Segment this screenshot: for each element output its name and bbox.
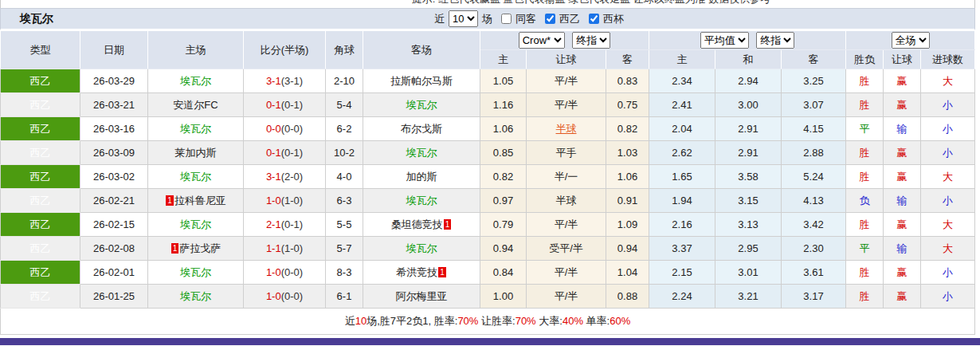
matches-table: 类型 日期 主场 比分(半场) 角球 客场 Crow* 终指 平均值 终指 全场… [0, 30, 975, 335]
home-team-link[interactable]: 埃瓦尔 [180, 75, 211, 87]
away-team-link[interactable]: 阿尔梅里亚 [396, 290, 448, 302]
same-away-checkbox[interactable] [501, 14, 512, 24]
match-row: 西乙26-01-25埃瓦尔1-0(0-0)6-1阿尔梅里亚1.00平/半0.88… [1, 285, 975, 309]
home-team-cell: 1拉科鲁尼亚 [148, 189, 244, 213]
avg-home-odds-cell: 2.34 [649, 69, 715, 93]
home-team-link[interactable]: 埃瓦尔 [180, 218, 211, 230]
home-team-link[interactable]: 拉科鲁尼亚 [174, 195, 226, 206]
away-team-link[interactable]: 布尔戈斯 [401, 123, 442, 135]
col-header-type: 类型 [1, 31, 80, 69]
avg-away-odds-cell: 4.13 [782, 189, 846, 213]
asian-handicap-cell: 半球 [527, 189, 606, 213]
result-cell: 胜 [846, 165, 884, 189]
home-team-link[interactable]: 埃瓦尔 [180, 123, 211, 135]
score-cell: 1-0(0-0) [244, 261, 326, 285]
corner-cell: 8-3 [326, 261, 363, 285]
score-cell: 0-1(0-1) [244, 141, 326, 165]
average-select[interactable]: 平均值 [700, 32, 749, 49]
league-cell: 西乙 [1, 165, 80, 189]
halftime-score: (0-0) [281, 123, 303, 135]
asian-away-odds-cell: 1.03 [606, 141, 649, 165]
avg-away-odds-cell: 3.42 [782, 213, 846, 237]
goals-cell: 小 [921, 141, 975, 165]
avg-home-odds-cell: 2.04 [649, 117, 715, 141]
home-team-link[interactable]: 安道尔FC [173, 99, 218, 111]
home-team-link[interactable]: 莱加内斯 [175, 147, 217, 159]
asian-handicap-cell: 平/半 [527, 285, 606, 309]
league-filter-checkbox[interactable] [545, 14, 555, 24]
result-cell: 负 [846, 189, 884, 213]
final-odds-select-1[interactable]: 终指 [572, 32, 610, 49]
avg-away-odds-cell: 4.15 [782, 117, 846, 141]
fulltime-score: 1-1 [266, 242, 281, 254]
fulltime-score: 1-0 [266, 290, 281, 302]
score-cell: 0-0(0-0) [244, 117, 326, 141]
date-cell: 26-02-21 [80, 189, 148, 213]
home-team-cell: 莱加内斯 [148, 141, 244, 165]
away-team-cell: 阿尔梅里亚 [363, 285, 480, 309]
date-cell: 26-02-01 [80, 261, 148, 285]
home-team-cell: 安道尔FC [148, 93, 244, 117]
away-team-link[interactable]: 埃瓦尔 [406, 147, 437, 159]
home-team-cell: 1萨拉戈萨 [148, 237, 244, 261]
asian-handicap-value: 平/半 [555, 99, 578, 111]
away-team-link[interactable]: 埃瓦尔 [406, 99, 437, 111]
home-team-link[interactable]: 埃瓦尔 [180, 290, 211, 302]
league-cell: 西乙 [1, 237, 80, 261]
goals-cell: 小 [921, 117, 975, 141]
asian-handicap-cell[interactable]: 半球 [527, 117, 606, 141]
match-row: 西乙26-02-01埃瓦尔1-0(0-0)8-3希洪竞技10.84平/半1.04… [1, 261, 975, 285]
halftime-score: (1-0) [281, 242, 303, 254]
halftime-score: (0-0) [281, 266, 303, 278]
cup-filter-checkbox[interactable] [589, 14, 599, 24]
away-team-link[interactable]: 希洪竞技 [396, 266, 437, 278]
league-cell: 西乙 [1, 261, 80, 285]
col-header-handicap-result: 让球 [884, 50, 921, 69]
avg-away-odds-cell: 2.30 [782, 237, 846, 261]
avg-draw-odds-cell: 3.01 [715, 261, 782, 285]
asian-home-odds-cell: 0.85 [480, 141, 527, 165]
home-team-link[interactable]: 萨拉戈萨 [179, 242, 221, 254]
league-cell: 西乙 [1, 285, 80, 309]
scope-select[interactable]: 全场 [892, 32, 930, 49]
col-header-result: 胜负 [846, 50, 884, 69]
asian-home-odds-cell: 0.79 [480, 213, 527, 237]
asian-home-odds-cell: 1.16 [480, 93, 527, 117]
away-team-link[interactable]: 埃瓦尔 [406, 242, 437, 254]
bookmaker-select[interactable]: Crow* [519, 32, 565, 49]
away-team-cell: 布尔戈斯 [363, 117, 480, 141]
handicap-result-cell: 赢 [884, 213, 921, 237]
score-cell: 3-1(2-0) [244, 165, 326, 189]
col-header-date: 日期 [80, 31, 148, 69]
away-team-link[interactable]: 加的斯 [406, 171, 437, 183]
result-cell: 胜 [846, 69, 884, 93]
away-team-cell: 拉斯帕尔马斯 [363, 69, 480, 93]
home-team-link[interactable]: 埃瓦尔 [180, 171, 211, 183]
goals-cell: 大 [921, 237, 975, 261]
final-odds-select-2[interactable]: 终指 [756, 32, 794, 49]
result-cell: 胜 [846, 285, 884, 309]
corner-cell: 6-1 [326, 285, 363, 309]
recent-count-select[interactable]: 10 [449, 10, 478, 27]
col-header-score: 比分(半场) [244, 31, 326, 69]
scope-select-group: 全场 [846, 31, 975, 50]
filter-controls: 近 10 场 同客 西乙 西杯 [434, 10, 624, 27]
avg-home-odds-cell: 2.15 [649, 261, 715, 285]
away-team-link[interactable]: 桑坦德竞技 [391, 218, 443, 230]
away-team-link[interactable]: 拉斯帕尔马斯 [390, 75, 453, 87]
asian-handicap-cell: 受平/半 [527, 237, 606, 261]
match-row: 西乙26-03-29埃瓦尔3-1(3-1)2-10拉斯帕尔马斯1.05平/半0.… [1, 69, 975, 93]
away-team-link[interactable]: 埃瓦尔 [406, 195, 437, 206]
corner-cell: 5-5 [326, 213, 363, 237]
asian-handicap-cell: 平/半 [527, 213, 606, 237]
home-team-link[interactable]: 埃瓦尔 [180, 266, 211, 278]
asian-handicap-value: 半/一 [555, 171, 578, 183]
avg-home-odds-cell: 2.62 [649, 141, 715, 165]
red-card-badge: 1 [166, 195, 174, 206]
corner-cell: 6-3 [326, 189, 363, 213]
asian-handicap-value[interactable]: 半球 [556, 123, 577, 135]
team-name: 埃瓦尔 [20, 12, 53, 26]
handicap-result-cell: 赢 [884, 93, 921, 117]
stats-summary-segment: 40% [563, 315, 583, 327]
score-cell: 3-1(3-1) [244, 69, 326, 93]
